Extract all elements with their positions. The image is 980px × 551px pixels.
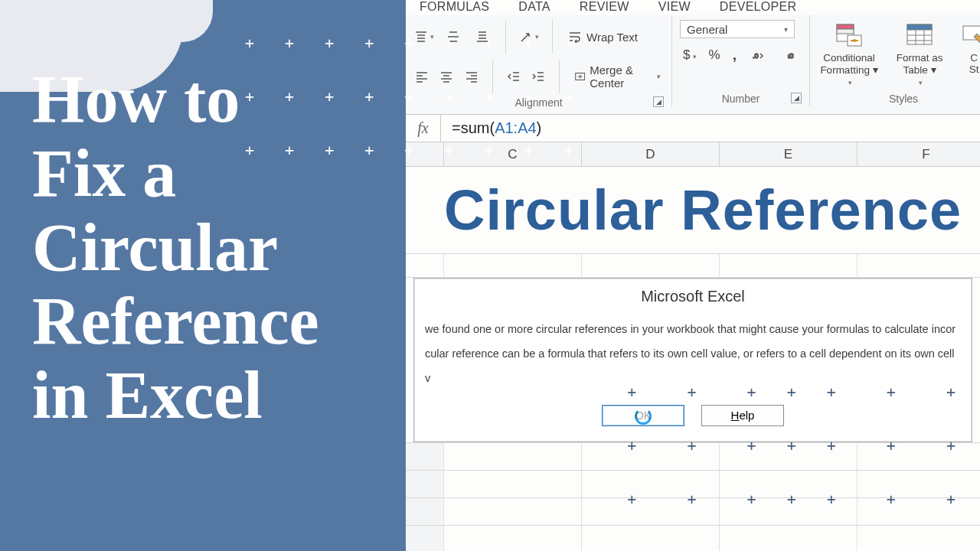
cell-styles-button[interactable]: CSt [959, 20, 980, 75]
increase-decimal-icon[interactable]: .0 [749, 46, 769, 64]
merge-center-button[interactable]: Merge & Center [572, 62, 664, 91]
svg-rect-4 [837, 24, 854, 29]
alignment-launcher-icon[interactable]: ◢ [653, 96, 664, 107]
grid-row [406, 253, 980, 278]
format-as-table-icon [904, 21, 935, 49]
plus-pattern-bottom: + + + + + + + + + + + + + + + + + + + + … [627, 354, 966, 530]
svg-rect-9 [907, 24, 932, 30]
svg-text:.0: .0 [788, 52, 794, 60]
decrease-decimal-icon[interactable]: .0 [781, 46, 802, 64]
group-styles: ConditionalFormatting ▾ Format asTable ▾ [810, 15, 980, 106]
tab-view[interactable]: VIEW [658, 0, 691, 14]
conditional-formatting-icon [834, 21, 864, 49]
number-format-dropdown[interactable]: General [680, 20, 795, 38]
merge-center-label: Merge & Center [590, 64, 650, 90]
comma-button[interactable]: , [733, 47, 737, 64]
conditional-formatting-button[interactable]: ConditionalFormatting ▾ [818, 20, 880, 86]
format-as-table-button[interactable]: Format asTable ▾ [888, 20, 951, 86]
wrap-text-label: Wrap Text [586, 31, 638, 44]
col-header-e[interactable]: E [720, 142, 858, 166]
group-number: General $ % , .0 .0 Number ◢ [672, 15, 810, 106]
dialog-line1: we found one or more circular references… [425, 318, 961, 342]
tab-review[interactable]: REVIEW [580, 0, 629, 14]
col-header-f[interactable]: F [858, 142, 980, 166]
number-format-value: General [687, 23, 727, 36]
currency-button[interactable]: $ [683, 47, 696, 63]
svg-rect-5 [837, 29, 854, 34]
svg-point-7 [853, 39, 856, 42]
dialog-title: Microsoft Excel [414, 285, 972, 318]
plus-pattern-top: + + + + + + + + + + + + + + + + + + + + … [245, 5, 584, 181]
group-number-label: Number ◢ [680, 90, 802, 105]
cell-styles-icon [959, 21, 980, 49]
number-launcher-icon[interactable]: ◢ [791, 93, 802, 103]
percent-button[interactable]: % [709, 47, 720, 63]
group-styles-label: Styles [818, 90, 980, 105]
col-header-d[interactable]: D [582, 142, 720, 166]
svg-text:.0: .0 [753, 52, 759, 60]
tab-developer[interactable]: DEVELOPER [720, 0, 797, 14]
